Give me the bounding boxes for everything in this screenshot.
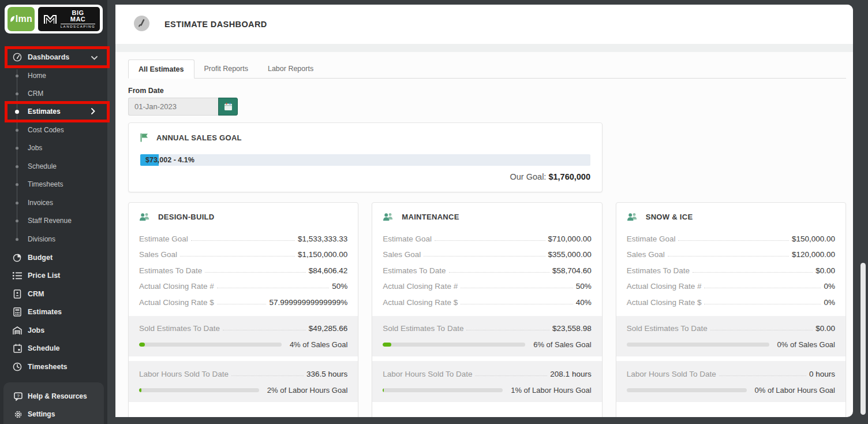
sidebar-item-cost-codes[interactable]: Cost Codes [0,123,107,137]
date-picker-button[interactable] [218,98,238,116]
sidebar-item-crm-sub[interactable]: CRM [0,87,107,101]
sidebar-item-jobs-sub[interactable]: Jobs [0,141,107,155]
list-icon [12,271,23,280]
sidebar-item-help-resources[interactable]: ? Help & Resources [3,389,104,403]
card-header: MAINTENANCE [372,203,601,228]
sidebar-item-label: Cost Codes [28,126,64,134]
sidebar-item-divisions[interactable]: Divisions [0,232,107,246]
metric-value: $120,000.00 [792,250,835,261]
from-date-group [128,98,238,116]
metric-row: Sold Estimates To Date$0.00 [627,319,835,336]
sidebar-item-timesheets-sub[interactable]: Timesheets [0,177,107,191]
sidebar-item-schedule[interactable]: Schedule [0,340,107,357]
dotted-leader [719,375,806,376]
tab-all-estimates[interactable]: All Estimates [128,59,194,79]
metric-value: $23,558.98 [552,324,592,335]
sidebar-item-settings[interactable]: Settings [3,407,104,421]
metric-value: $710,000.00 [548,235,592,246]
metric-row: Labor Hours Sold To Date0 hours [627,365,835,381]
content: All Estimates Profit Reports Labor Repor… [115,52,853,417]
dotted-leader [704,304,821,304]
metric-value: 0% [824,282,835,293]
tree-dot [16,183,18,186]
annual-goal-value: $1,760,000 [548,172,590,181]
crew-icon [139,213,150,221]
sidebar-item-jobs[interactable]: Jobs [0,322,107,339]
sidebar-item-estimates-sub[interactable]: Estimates [0,105,107,118]
sidebar-item-staff-revenue[interactable]: Staff Revenue [0,214,107,228]
from-date-label: From Date [128,87,846,95]
dotted-leader [217,288,329,288]
sidebar-item-label: Divisions [28,235,55,243]
progress-track [139,388,259,392]
lmn-logo[interactable]: lmn [8,7,35,31]
annual-card-title: ANNUAL SALES GOAL [156,133,242,142]
sidebar-item-label: CRM [28,90,43,98]
tab-labor-reports[interactable]: Labor Reports [258,59,323,78]
sidebar-item-estimates[interactable]: Estimates [0,303,107,321]
page-title: ESTIMATE DASHBOARD [164,20,267,29]
sidebar-item-dashboards[interactable]: Dashboards [0,49,107,66]
sidebar-item-label: Timesheets [28,363,68,371]
metric-value: 50% [576,282,592,293]
sidebar-item-crm[interactable]: CRM [0,285,107,303]
metric-label: Actual Closing Rate $ [627,298,702,309]
from-date-input[interactable] [128,98,218,116]
tree-dot [16,129,18,132]
sidebar-item-label: Schedule [28,162,57,170]
sidebar-item-home[interactable]: Home [0,69,107,83]
metric-row: Estimate Goal$710,000.00 [383,229,591,246]
sidebar-item-label: Help & Resources [28,392,87,400]
annual-sales-goal-card: ANNUAL SALES GOAL $73,002 - 4.1% Our Goa… [128,122,603,192]
sidebar-item-schedule-sub[interactable]: Schedule [0,159,107,173]
sidebar: lmn BIG MAC LANDSCAPING Dashboards Home … [0,0,107,424]
dotted-leader [449,272,549,273]
metric-row: Estimates To Date$58,704.60 [383,261,591,277]
metric-value: 0% [824,298,835,309]
calendar-icon [12,344,23,353]
sidebar-item-label: CRM [28,290,44,298]
tab-profit-reports[interactable]: Profit Reports [194,59,258,78]
card-snow-ice: SNOW & ICE Estimate Goal$150,000.00 Sale… [616,202,846,417]
labor-hours-section: Labor Hours Sold To Date336.5 hours 2% o… [129,361,358,402]
vertical-scrollbar-thumb[interactable] [860,263,866,415]
card-title: SNOW & ICE [646,213,693,221]
dotted-leader [461,288,573,288]
progress-row: 0% of Labor Hours Goal [627,386,835,395]
garage-icon [12,326,23,335]
sidebar-item-price-list[interactable]: Price List [0,267,107,284]
bigmac-logo[interactable]: BIG MAC LANDSCAPING [38,7,100,31]
sidebar-item-timesheets[interactable]: Timesheets [0,358,107,375]
card-header: SNOW & ICE [616,203,845,228]
card-metrics: Estimate Goal$1,533,333.33 Sales Goal$1,… [129,228,358,309]
metric-row: Estimates To Date$0.00 [627,261,835,277]
metric-value: 50% [332,282,347,293]
metric-value: $1,150,000.00 [298,250,347,261]
main-panel: ESTIMATE DASHBOARD All Estimates Profit … [115,5,853,417]
leaf-icon [10,16,15,23]
card-header: DESIGN-BUILD [129,203,358,228]
svg-text:?: ? [17,393,20,399]
metric-label: Sales Goal [383,250,421,261]
metric-label: Estimates To Date [139,266,202,277]
metric-row: Actual Closing Rate $57.99999999999999% [139,293,347,309]
metric-label: Estimates To Date [383,266,446,277]
tree-dot [16,92,18,95]
progress-label: 4% of Sales Goal [290,340,347,349]
sidebar-item-invoices[interactable]: Invoices [0,196,107,210]
dotted-leader [704,288,821,288]
progress-track [627,388,747,392]
crew-icon [627,213,638,221]
sidebar-item-label: Schedule [28,344,60,352]
metric-value: 0 hours [809,370,835,381]
dotted-leader [217,304,267,304]
metric-label: Labor Hours Sold To Date [139,370,229,381]
sidebar-item-label: Jobs [28,144,42,152]
metric-value: $150,000.00 [792,235,835,246]
labor-hours-section: Labor Hours Sold To Date0 hours 0% of La… [616,361,845,402]
metric-row: Actual Closing Rate #50% [139,277,347,293]
metric-row: Actual Closing Rate $0% [627,293,835,309]
dotted-leader [231,375,304,376]
sidebar-item-budget[interactable]: Budget [0,249,107,266]
dotted-leader [693,272,813,273]
